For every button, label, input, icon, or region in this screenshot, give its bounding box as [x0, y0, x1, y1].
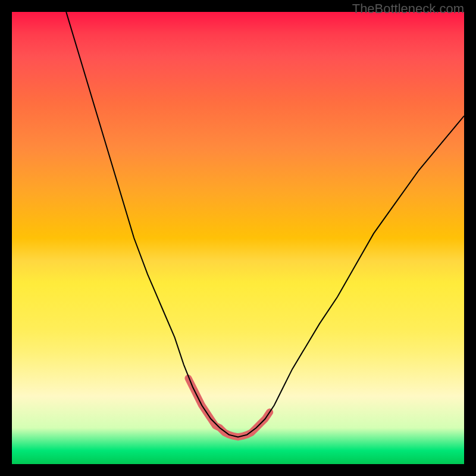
- bottleneck-curve: [66, 12, 464, 437]
- watermark-text: TheBottleneck.com: [352, 1, 464, 17]
- chart-svg: [12, 12, 464, 464]
- valley-highlight: [188, 378, 270, 437]
